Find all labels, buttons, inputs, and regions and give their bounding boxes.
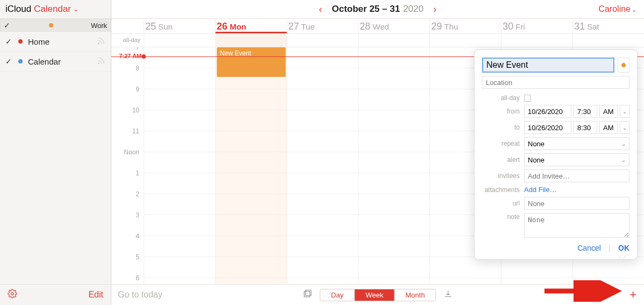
url-input[interactable] (524, 197, 629, 210)
to-date-input[interactable] (524, 121, 571, 134)
day-column[interactable] (287, 47, 358, 284)
from-date-input[interactable] (524, 105, 571, 118)
app-title: iCloud Calendar (5, 4, 71, 15)
hour-label: 4 (111, 232, 144, 253)
day-header[interactable]: 26Mon (215, 19, 287, 33)
hour-label: 10 (111, 107, 144, 127)
view-week[interactable]: Week (355, 289, 394, 301)
day-header[interactable]: 27Tue (287, 19, 358, 33)
goto-today-input[interactable]: Go to today (118, 290, 162, 300)
calendar-list: ✓ Work ✓ Home ✓ Calendar (0, 19, 111, 72)
allday-cell[interactable] (429, 34, 501, 47)
event-title-input[interactable] (482, 58, 614, 73)
now-dot (141, 54, 146, 59)
edit-button[interactable]: Edit (88, 290, 103, 300)
view-month[interactable]: Month (394, 289, 435, 301)
ok-button[interactable]: OK (618, 244, 629, 252)
calendar-event[interactable]: New Event (217, 47, 286, 77)
hour-label: 9 (111, 86, 144, 107)
now-time-label: 7:27 AM (111, 53, 141, 59)
hour-label: 11 (111, 127, 144, 148)
color-dot-icon (18, 59, 23, 63)
next-week-button[interactable]: › (423, 4, 446, 15)
from-ampm-input[interactable] (599, 105, 618, 118)
day-header[interactable]: 31Sat (572, 19, 644, 33)
allday-label: all-day (482, 94, 521, 102)
svg-point-1 (98, 42, 99, 44)
note-label: note (482, 213, 521, 221)
color-dot-icon (18, 39, 23, 44)
repeat-label: repeat (482, 140, 521, 147)
url-label: url (482, 200, 521, 207)
hour-label: 2 (111, 190, 144, 211)
day-header[interactable]: 29Thu (429, 19, 501, 33)
sidebar: iCloud Calendar ⌄ ✓ Work ✓ Home ✓ Calend… (0, 0, 111, 305)
event-editor-popover: all-day from ⌄ to ⌄ repeat None⌄ alert N… (474, 49, 638, 260)
add-file-link[interactable]: Add File… (524, 186, 557, 194)
app-title-bar[interactable]: iCloud Calendar ⌄ (0, 0, 111, 19)
gear-icon[interactable] (8, 289, 17, 301)
hour-label: Noon (111, 148, 144, 169)
prev-week-button[interactable]: ‹ (309, 4, 332, 15)
to-time-input[interactable] (574, 121, 597, 134)
date-range: October 25 – 312020 (332, 4, 423, 15)
allday-cell[interactable] (501, 34, 572, 47)
view-day[interactable]: Day (320, 289, 355, 301)
share-icon[interactable] (97, 56, 105, 67)
calendar-dot-icon (621, 63, 626, 67)
note-input[interactable] (524, 213, 629, 238)
calendar-name: Calendar (28, 57, 61, 66)
allday-cell[interactable] (572, 34, 644, 47)
sidebar-calendar-item[interactable]: ✓ Work (0, 19, 111, 32)
cancel-button[interactable]: Cancel (577, 244, 601, 252)
to-ampm-input[interactable] (599, 121, 618, 134)
day-column[interactable] (144, 47, 215, 284)
allday-cell[interactable] (144, 34, 215, 47)
repeat-select[interactable]: None⌄ (524, 137, 629, 150)
event-location-input[interactable] (482, 76, 629, 89)
day-header[interactable]: 25Sun (144, 19, 215, 33)
allday-checkbox[interactable] (524, 95, 531, 102)
hour-label: 6 (111, 274, 144, 284)
attachments-label: attachments (482, 186, 521, 194)
view-segmented-control: Day Week Month (320, 289, 436, 301)
download-icon[interactable] (444, 289, 453, 301)
sidebar-calendar-item[interactable]: ✓ Home (0, 32, 111, 52)
svg-rect-4 (304, 292, 310, 297)
day-header-row: 25Sun26Mon27Tue28Wed29Thu30Fri31Sat (111, 19, 644, 34)
from-ampm-dropdown[interactable]: ⌄ (620, 105, 629, 118)
user-menu[interactable]: Caroline⌄ (598, 4, 636, 14)
hour-label: 8 (111, 65, 144, 86)
hour-label: 1 (111, 169, 144, 190)
allday-cell[interactable] (358, 34, 430, 47)
sidebar-bottom: Edit (0, 284, 111, 305)
svg-point-2 (98, 62, 99, 63)
allday-cell[interactable] (287, 34, 358, 47)
topbar: ‹ October 25 – 312020 › Caroline⌄ (111, 0, 644, 19)
day-column[interactable] (358, 47, 430, 284)
annotation-arrow (542, 280, 633, 302)
chevron-down-icon[interactable]: ⌄ (73, 5, 79, 13)
to-ampm-dropdown[interactable]: ⌄ (620, 121, 629, 134)
hour-label: 3 (111, 211, 144, 232)
share-icon[interactable] (96, 20, 105, 31)
check-icon: ✓ (4, 21, 11, 30)
allday-row: all-day (111, 34, 644, 47)
multi-calendar-icon[interactable] (302, 289, 312, 301)
event-calendar-picker[interactable] (618, 58, 629, 73)
calendar-name: Home (28, 37, 49, 46)
invitees-input[interactable] (524, 169, 629, 182)
sidebar-calendar-item[interactable]: ✓ Calendar (0, 52, 111, 72)
alert-label: alert (482, 156, 521, 164)
svg-point-3 (11, 293, 14, 295)
day-header[interactable]: 28Wed (358, 19, 430, 33)
share-icon[interactable] (97, 37, 105, 47)
alert-select[interactable]: None⌄ (524, 153, 629, 166)
color-dot-icon (49, 23, 53, 27)
allday-cell[interactable] (215, 34, 287, 47)
day-header[interactable]: 30Fri (501, 19, 572, 33)
hour-label: 5 (111, 253, 144, 274)
from-time-input[interactable] (574, 105, 597, 118)
invitees-label: invitees (482, 172, 521, 180)
day-column[interactable]: New Event (215, 47, 287, 284)
